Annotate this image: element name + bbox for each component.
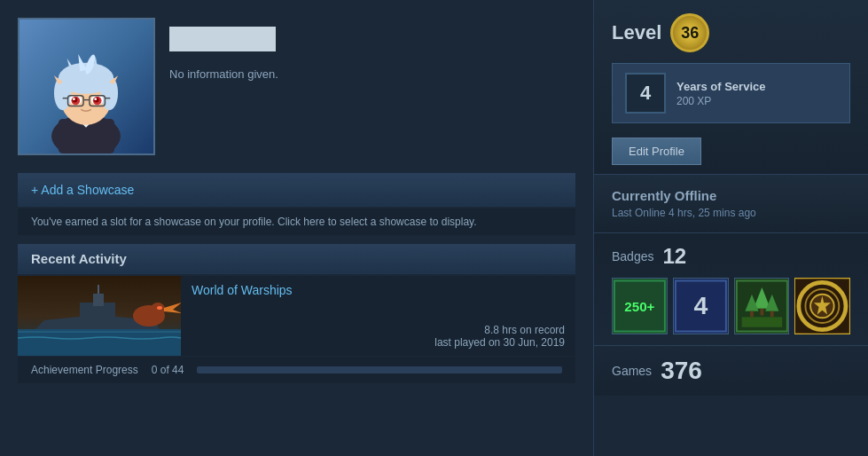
badge-gold-svg	[795, 278, 849, 334]
main-container: No information given. + Add a Showcase Y…	[0, 0, 868, 456]
svg-rect-54	[770, 311, 773, 318]
svg-point-20	[73, 98, 75, 100]
game-thumbnail-bg	[18, 276, 181, 356]
hours-on-record: 8.8 hrs on record	[192, 324, 565, 336]
games-header: Games 376	[612, 357, 850, 385]
status-title: Currently Offline	[612, 188, 850, 203]
ys-title: Years of Service	[676, 80, 765, 93]
svg-text:250+: 250+	[624, 299, 654, 314]
add-showcase-label: + Add a Showcase	[31, 183, 134, 197]
badge-forest-svg	[735, 278, 789, 334]
avatar-image	[20, 20, 153, 153]
progress-bar-container	[197, 366, 562, 373]
game-stats: 8.8 hrs on record last played on 30 Jun,…	[192, 324, 565, 349]
svg-point-21	[94, 98, 97, 100]
svg-rect-55	[741, 317, 782, 326]
game-name[interactable]: World of Warships	[192, 283, 565, 297]
level-number: 36	[681, 24, 699, 43]
svg-point-39	[157, 306, 162, 310]
svg-rect-53	[750, 311, 754, 318]
recent-activity-title: Recent Activity	[31, 251, 127, 266]
achievement-label: Achievement Progress	[31, 364, 138, 376]
level-badge: 36	[670, 13, 709, 52]
no-info-text: No information given.	[169, 67, 278, 81]
svg-point-38	[151, 303, 165, 317]
edit-profile-button[interactable]: Edit Profile	[612, 138, 701, 165]
achievement-row: Achievement Progress 0 of 44	[18, 356, 575, 383]
badges-count: 12	[662, 244, 686, 269]
avatar-svg	[20, 20, 153, 153]
game-details: World of Warships 8.8 hrs on record last…	[181, 276, 575, 356]
badge-4-svg: 4	[674, 278, 728, 334]
game-thumbnail	[18, 276, 181, 356]
badge-item-forest[interactable]	[734, 278, 790, 334]
status-subtitle: Last Online 4 hrs, 25 mins ago	[612, 207, 850, 219]
svg-text:4: 4	[693, 291, 708, 319]
showcase-desc-text: You've earned a slot for a showcase on y…	[31, 216, 477, 228]
game-item[interactable]: World of Warships 8.8 hrs on record last…	[18, 276, 575, 356]
badge-250-svg: 250+	[613, 278, 667, 334]
svg-rect-31	[18, 329, 181, 356]
games-label: Games	[612, 364, 652, 378]
username-box	[169, 27, 276, 51]
svg-rect-35	[93, 294, 104, 306]
recent-activity-bar: Recent Activity	[18, 244, 575, 274]
badge-item-4[interactable]: 4	[673, 278, 729, 334]
left-panel: No information given. + Add a Showcase Y…	[0, 0, 593, 456]
games-section: Games 376	[594, 346, 868, 396]
svg-rect-52	[760, 309, 763, 316]
status-section: Currently Offline Last Online 4 hrs, 25 …	[594, 175, 868, 232]
showcase-desc[interactable]: You've earned a slot for a showcase on y…	[18, 208, 575, 235]
badge-item-250[interactable]: 250+	[612, 278, 668, 334]
badges-label: Badges	[612, 249, 653, 263]
svg-point-9	[101, 75, 118, 110]
games-count: 376	[661, 357, 702, 385]
level-section: Level 36 4 Years of Service 200 XP Edit …	[594, 0, 868, 174]
ys-number-box: 4	[625, 73, 666, 114]
badges-row: 250+ 4	[612, 278, 850, 334]
badge-item-gold[interactable]	[794, 278, 850, 334]
achievement-count: 0 of 44	[152, 364, 184, 376]
right-panel: Level 36 4 Years of Service 200 XP Edit …	[593, 0, 868, 456]
profile-header: No information given.	[18, 18, 575, 155]
svg-rect-32	[18, 331, 181, 333]
ys-info: Years of Service 200 XP	[676, 80, 765, 107]
last-played: last played on 30 Jun, 2019	[192, 336, 565, 349]
profile-info: No information given.	[169, 18, 278, 155]
ship-scene-svg	[18, 276, 181, 356]
avatar	[18, 18, 155, 155]
level-header: Level 36	[612, 13, 850, 52]
ys-xp: 200 XP	[676, 95, 765, 107]
years-of-service-card: 4 Years of Service 200 XP	[612, 63, 850, 123]
badges-section: Badges 12 250+ 4	[594, 233, 868, 345]
add-showcase-bar[interactable]: + Add a Showcase	[18, 173, 575, 207]
badges-header: Badges 12	[612, 244, 850, 269]
ys-number: 4	[640, 82, 651, 105]
level-label: Level	[612, 21, 661, 44]
